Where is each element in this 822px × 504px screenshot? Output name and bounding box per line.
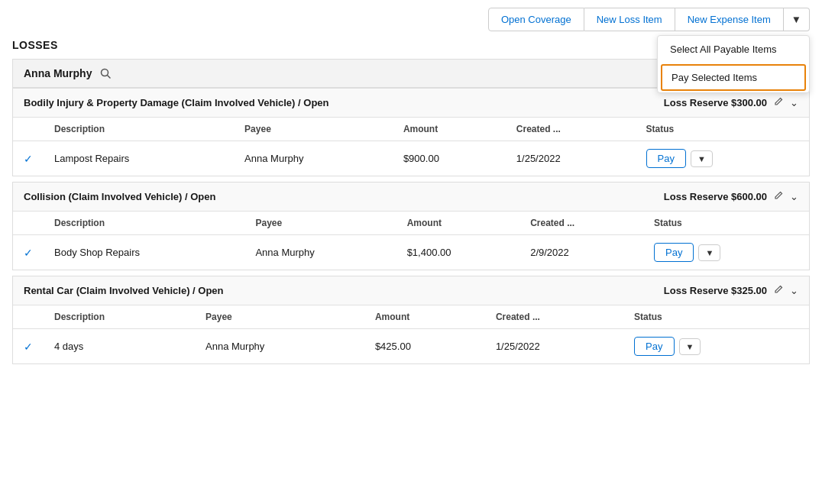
row-payee-2-0: Anna Murphy	[195, 329, 364, 364]
main-container: Open Coverage New Loss Item New Expense …	[0, 0, 822, 376]
claimant-name: Anna Murphy	[24, 66, 113, 81]
coverage-sections-container: Bodily Injury & Property Damage (Claim I…	[12, 88, 810, 364]
row-status-0-0: Pay ▼	[636, 141, 809, 176]
loss-table-2: Description Payee Amount Created ... Sta…	[13, 305, 809, 363]
coverage-chevron-icon-0[interactable]: ⌄	[790, 97, 798, 108]
col-amount-2: Amount	[364, 305, 485, 329]
col-checkbox-2	[13, 305, 44, 329]
coverage-reserve-1: Loss Reserve $600.00	[664, 191, 767, 202]
col-description-2: Description	[44, 305, 195, 329]
row-checkbox-2-0[interactable]: ✓	[13, 329, 44, 364]
col-payee-1: Payee	[244, 212, 396, 235]
row-description-1-0: Body Shop Repairs	[44, 235, 244, 270]
col-amount-1: Amount	[396, 212, 520, 235]
col-checkbox-1	[13, 212, 44, 235]
coverage-chevron-icon-2[interactable]: ⌄	[790, 285, 798, 296]
col-description-0: Description	[44, 118, 234, 141]
coverage-section-0: Bodily Injury & Property Damage (Claim I…	[12, 88, 810, 176]
loss-table-1: Description Payee Amount Created ... Sta…	[13, 212, 809, 270]
row-payee-1-0: Anna Murphy	[244, 235, 396, 270]
coverage-section-2: Rental Car (Claim Involved Vehicle) / Op…	[12, 276, 810, 364]
coverage-reserve-2: Loss Reserve $325.00	[664, 285, 767, 296]
checkmark-icon: ✓	[24, 341, 33, 353]
coverage-header-1: Collision (Claim Involved Vehicle) / Ope…	[13, 183, 809, 212]
col-description-1: Description	[44, 212, 244, 235]
new-loss-item-button[interactable]: New Loss Item	[584, 8, 675, 31]
coverage-title-2: Rental Car (Claim Involved Vehicle) / Op…	[24, 285, 224, 296]
row-amount-0-0: $900.00	[393, 141, 506, 176]
coverage-chevron-icon-1[interactable]: ⌄	[790, 191, 798, 202]
row-description-0-0: Lampost Repairs	[44, 141, 234, 176]
col-status-0: Status	[636, 118, 809, 141]
top-toolbar: Open Coverage New Loss Item New Expense …	[12, 8, 810, 31]
row-status-2-0: Pay ▼	[623, 329, 809, 364]
col-payee-0: Payee	[234, 118, 393, 141]
dropdown-menu: Select All Payable Items Pay Selected It…	[657, 35, 810, 93]
row-checkbox-1-0[interactable]: ✓	[13, 235, 44, 270]
coverage-reserve-0: Loss Reserve $300.00	[664, 97, 767, 108]
pay-selected-items-menuitem[interactable]: Pay Selected Items	[661, 64, 806, 91]
table-row: ✓ Body Shop Repairs Anna Murphy $1,400.0…	[13, 235, 809, 270]
pay-button-1-0[interactable]: Pay	[654, 243, 694, 262]
col-created-0: Created ...	[506, 118, 636, 141]
row-created-0-0: 1/25/2022	[506, 141, 636, 176]
coverage-edit-icon-1[interactable]	[773, 190, 784, 203]
col-created-2: Created ...	[485, 305, 623, 329]
coverage-title-1: Collision (Claim Involved Vehicle) / Ope…	[24, 191, 215, 202]
coverage-header-2: Rental Car (Claim Involved Vehicle) / Op…	[13, 276, 809, 305]
coverage-edit-icon-0[interactable]	[773, 96, 784, 109]
coverage-edit-icon-2[interactable]	[773, 284, 784, 297]
table-header-row-2: Description Payee Amount Created ... Sta…	[13, 305, 809, 329]
select-all-payable-items-menuitem[interactable]: Select All Payable Items	[658, 36, 809, 63]
table-row: ✓ Lampost Repairs Anna Murphy $900.00 1/…	[13, 141, 809, 176]
col-created-1: Created ...	[519, 212, 643, 235]
claimant-search-icon[interactable]	[98, 66, 113, 81]
toolbar-dropdown-arrow-button[interactable]: ▼	[784, 8, 810, 31]
open-coverage-button[interactable]: Open Coverage	[488, 8, 584, 31]
row-payee-0-0: Anna Murphy	[234, 141, 393, 176]
row-status-1-0: Pay ▼	[643, 235, 809, 270]
checkmark-icon: ✓	[24, 153, 33, 165]
row-amount-2-0: $425.00	[364, 329, 485, 364]
pay-button-2-0[interactable]: Pay	[634, 337, 674, 356]
coverage-section-1: Collision (Claim Involved Vehicle) / Ope…	[12, 182, 810, 270]
table-header-row-1: Description Payee Amount Created ... Sta…	[13, 212, 809, 235]
table-row: ✓ 4 days Anna Murphy $425.00 1/25/2022 P…	[13, 329, 809, 364]
col-checkbox-0	[13, 118, 44, 141]
checkmark-icon: ✓	[24, 247, 33, 259]
table-header-row-0: Description Payee Amount Created ... Sta…	[13, 118, 809, 141]
new-expense-item-button[interactable]: New Expense Item	[675, 8, 784, 31]
col-status-2: Status	[623, 305, 809, 329]
row-dropdown-button-2-0[interactable]: ▼	[679, 338, 701, 355]
row-dropdown-button-0-0[interactable]: ▼	[691, 150, 713, 167]
claimant-name-text: Anna Murphy	[24, 67, 92, 79]
row-dropdown-button-1-0[interactable]: ▼	[698, 244, 720, 261]
row-created-2-0: 1/25/2022	[485, 329, 623, 364]
row-created-1-0: 2/9/2022	[519, 235, 643, 270]
row-description-2-0: 4 days	[44, 329, 195, 364]
loss-table-0: Description Payee Amount Created ... Sta…	[13, 118, 809, 176]
coverage-title-0: Bodily Injury & Property Damage (Claim I…	[24, 97, 329, 108]
row-checkbox-0-0[interactable]: ✓	[13, 141, 44, 176]
col-amount-0: Amount	[393, 118, 506, 141]
row-amount-1-0: $1,400.00	[396, 235, 520, 270]
pay-button-0-0[interactable]: Pay	[646, 149, 686, 168]
col-payee-2: Payee	[195, 305, 364, 329]
col-status-1: Status	[643, 212, 809, 235]
svg-line-1	[108, 76, 111, 79]
